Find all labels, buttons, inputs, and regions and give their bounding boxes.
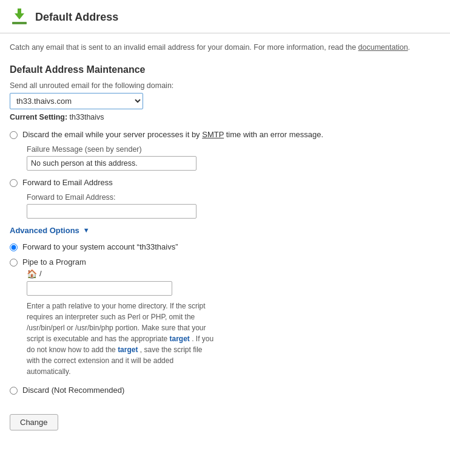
page-header: Default Address [0,0,450,33]
failure-message-label: Failure Message (seen by sender) [27,145,440,154]
target-link-1[interactable]: target [170,335,190,343]
discard-smtp-radio[interactable] [10,131,18,139]
change-button[interactable]: Change [10,414,58,430]
forward-email-field-label: Forward to Email Address: [27,193,440,202]
failure-message-field: Failure Message (seen by sender) [27,145,440,171]
forward-email-radio[interactable] [10,179,18,187]
forward-email-option-row: Forward to Email Address [10,178,440,187]
pipe-program-section: 🏠 / Enter a path relative to your home d… [27,269,440,377]
advanced-arrow-icon: ▼ [83,226,90,234]
section-title: Default Address Maintenance [10,64,440,75]
system-account-label: Forward to your system account “th33thai… [22,242,178,251]
forward-email-input[interactable] [27,204,196,219]
forward-email-label: Forward to Email Address [22,178,113,187]
discard-nr-radio[interactable] [10,387,18,395]
pipe-input[interactable] [27,281,172,296]
intro-text: Catch any email that is sent to an inval… [10,42,440,53]
page-title: Default Address [35,11,118,24]
pipe-program-option-row: Pipe to a Program [10,257,440,267]
pipe-program-radio[interactable] [10,259,18,267]
system-account-radio[interactable] [10,243,18,251]
current-setting: Current Setting: th33thaivs [10,113,440,121]
discard-smtp-label: Discard the email while your server proc… [22,130,323,139]
svg-rect-0 [12,22,27,24]
pipe-program-label: Pipe to a Program [22,257,86,267]
default-address-icon [10,7,29,27]
system-account-option-row: Forward to your system account “th33thai… [10,242,440,251]
domain-select[interactable]: th33.thaivs.com [10,93,143,109]
documentation-link[interactable]: documentation [358,43,408,52]
discard-option-row: Discard (Not Recommended) [10,386,440,395]
home-icon: 🏠 [27,269,37,279]
failure-message-input[interactable] [27,156,196,171]
pipe-help-text: Enter a path relative to your home direc… [27,301,215,377]
discard-nr-label: Discard (Not Recommended) [22,386,124,395]
home-icon-row: 🏠 / [27,269,440,279]
main-content: Catch any email that is sent to an inval… [0,33,450,439]
forward-email-field: Forward to Email Address: [27,193,440,219]
target-link-2[interactable]: target [118,345,138,354]
advanced-options-toggle[interactable]: Advanced Options ▼ [10,226,440,235]
discard-smtp-option-row: Discard the email while your server proc… [10,130,440,139]
domain-label: Send all unrouted email for the followin… [10,81,440,90]
svg-marker-1 [15,8,24,19]
